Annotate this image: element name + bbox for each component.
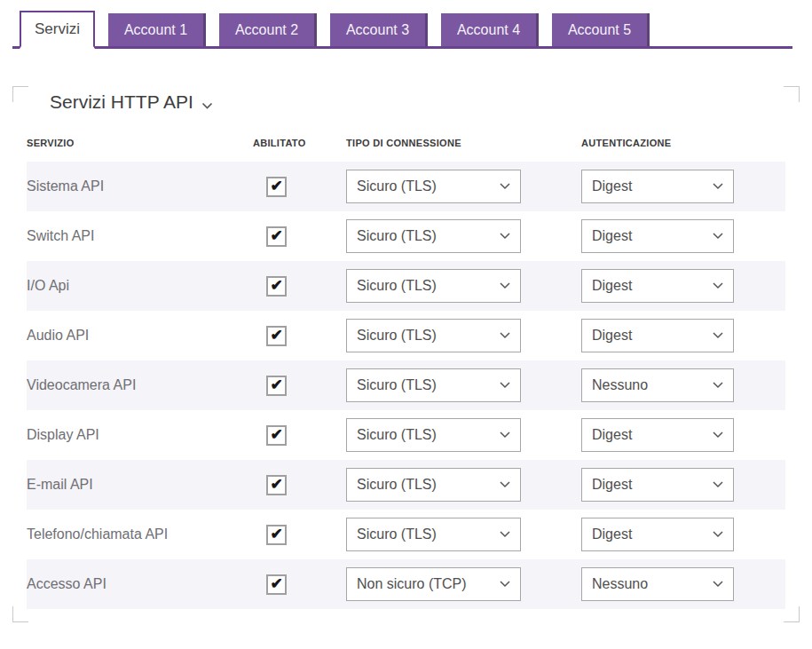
table-row: Sistema API ✔ Sicuro (TLS) Digest (27, 162, 785, 211)
enabled-checkbox[interactable]: ✔ (266, 376, 287, 396)
panel-corner-top-right (784, 86, 800, 102)
service-label: Display API (27, 427, 253, 443)
table-row: E-mail API ✔ Sicuro (TLS) Digest (27, 460, 785, 510)
enabled-checkbox[interactable]: ✔ (266, 425, 287, 446)
enabled-checkbox[interactable]: ✔ (266, 574, 287, 595)
connection-type-select[interactable]: Sicuro (TLS) (346, 518, 521, 551)
tab-bar: Servizi Account 1 Account 2 Account 3 Ac… (12, 11, 792, 49)
tab-account-2[interactable]: Account 2 (219, 13, 317, 46)
section-title: Servizi HTTP API (50, 91, 193, 113)
table-row: I/O Api ✔ Sicuro (TLS) Digest (27, 261, 785, 311)
connection-type-select[interactable]: Sicuro (TLS) (346, 170, 521, 203)
authentication-select[interactable]: Digest (581, 418, 734, 452)
connection-type-value: Sicuro (TLS) (357, 278, 437, 294)
authentication-value: Digest (592, 427, 632, 443)
connection-type-select[interactable]: Sicuro (TLS) (346, 468, 521, 502)
connection-type-select[interactable]: Non sicuro (TCP) (346, 567, 521, 601)
authentication-value: Nessuno (592, 377, 648, 393)
chevron-down-icon (713, 531, 723, 538)
connection-type-value: Non sicuro (TCP) (357, 576, 467, 592)
chevron-down-icon (201, 90, 213, 115)
chevron-down-icon (500, 183, 510, 190)
connection-type-value: Sicuro (TLS) (357, 328, 437, 344)
authentication-select[interactable]: Nessuno (581, 567, 734, 601)
service-label: Telefono/chiamata API (27, 526, 253, 542)
authentication-select[interactable]: Digest (581, 219, 734, 253)
tab-account-5[interactable]: Account 5 (552, 13, 650, 46)
authentication-value: Nessuno (592, 576, 648, 592)
checkmark-icon: ✔ (270, 278, 282, 293)
chevron-down-icon (713, 332, 723, 339)
connection-type-value: Sicuro (TLS) (357, 427, 437, 443)
connection-type-select[interactable]: Sicuro (TLS) (346, 319, 521, 352)
column-header-abilitato: ABILITATO (253, 138, 346, 148)
enabled-checkbox[interactable]: ✔ (266, 525, 287, 545)
authentication-select[interactable]: Digest (581, 518, 734, 551)
chevron-down-icon (500, 481, 510, 488)
chevron-down-icon (500, 233, 510, 240)
checkmark-icon: ✔ (270, 178, 282, 194)
table-row: Audio API ✔ Sicuro (TLS) Digest (27, 311, 785, 360)
authentication-value: Digest (592, 278, 632, 294)
column-header-servizio: SERVIZIO (27, 138, 253, 148)
authentication-value: Digest (592, 178, 632, 194)
chevron-down-icon (500, 382, 510, 389)
chevron-down-icon (713, 581, 723, 588)
service-label: E-mail API (27, 477, 253, 493)
authentication-value: Digest (592, 477, 632, 493)
chevron-down-icon (500, 332, 510, 339)
connection-type-value: Sicuro (TLS) (357, 477, 437, 493)
table-header-row: SERVIZIO ABILITATO TIPO DI CONNESSIONE A… (27, 127, 785, 162)
connection-type-value: Sicuro (TLS) (357, 178, 437, 194)
chevron-down-icon (500, 581, 510, 588)
authentication-select[interactable]: Nessuno (581, 368, 734, 402)
table-row: Switch API ✔ Sicuro (TLS) Digest (27, 211, 785, 261)
chevron-down-icon (500, 531, 510, 538)
connection-type-select[interactable]: Sicuro (TLS) (346, 269, 521, 303)
authentication-select[interactable]: Digest (581, 319, 734, 352)
http-api-panel: Servizi HTTP API SERVIZIO ABILITATO TIPO… (12, 86, 800, 622)
checkmark-icon: ✔ (270, 328, 282, 343)
connection-type-select[interactable]: Sicuro (TLS) (346, 219, 521, 253)
connection-type-select[interactable]: Sicuro (TLS) (346, 418, 521, 452)
connection-type-value: Sicuro (TLS) (357, 526, 437, 542)
authentication-value: Digest (592, 228, 632, 244)
authentication-value: Digest (592, 526, 632, 542)
chevron-down-icon (713, 183, 723, 190)
chevron-down-icon (500, 431, 510, 439)
checkmark-icon: ✔ (270, 477, 282, 492)
authentication-select[interactable]: Digest (581, 269, 734, 303)
chevron-down-icon (713, 382, 723, 389)
table-row: Telefono/chiamata API ✔ Sicuro (TLS) Dig… (27, 510, 785, 559)
tab-account-1[interactable]: Account 1 (108, 13, 206, 46)
table-row: Videocamera API ✔ Sicuro (TLS) Nessuno (27, 360, 785, 410)
enabled-checkbox[interactable]: ✔ (266, 276, 287, 297)
checkmark-icon: ✔ (270, 228, 282, 243)
chevron-down-icon (713, 282, 723, 289)
service-label: Audio API (27, 328, 253, 344)
connection-type-select[interactable]: Sicuro (TLS) (346, 368, 521, 402)
service-label: I/O Api (27, 278, 253, 294)
chevron-down-icon (713, 481, 723, 488)
tab-account-3[interactable]: Account 3 (330, 13, 428, 46)
enabled-checkbox[interactable]: ✔ (266, 177, 287, 197)
tab-servizi[interactable]: Servizi (20, 11, 95, 49)
section-header-servizi-http-api[interactable]: Servizi HTTP API (12, 86, 800, 115)
panel-corner-top-left (12, 86, 28, 102)
authentication-select[interactable]: Digest (581, 468, 734, 502)
tab-account-4[interactable]: Account 4 (441, 13, 539, 46)
service-label: Switch API (27, 228, 253, 244)
connection-type-value: Sicuro (TLS) (357, 377, 437, 393)
service-label: Videocamera API (27, 377, 253, 393)
enabled-checkbox[interactable]: ✔ (266, 475, 287, 495)
enabled-checkbox[interactable]: ✔ (266, 326, 287, 346)
checkmark-icon: ✔ (270, 427, 282, 442)
panel-corner-bottom-left (12, 606, 28, 622)
chevron-down-icon (713, 233, 723, 240)
authentication-value: Digest (592, 328, 632, 344)
authentication-select[interactable]: Digest (581, 170, 734, 203)
enabled-checkbox[interactable]: ✔ (266, 226, 287, 247)
checkmark-icon: ✔ (270, 377, 282, 392)
panel-corner-bottom-right (784, 606, 800, 622)
service-label: Sistema API (27, 178, 253, 194)
